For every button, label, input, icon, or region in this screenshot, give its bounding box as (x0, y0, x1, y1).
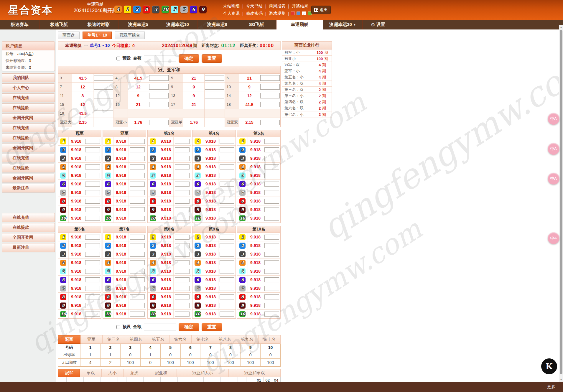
logout-button[interactable]: 退出 (311, 6, 331, 14)
position-bet-input[interactable] (130, 235, 145, 240)
scrollbar[interactable]: ▲ ▼ (559, 25, 563, 383)
position-bet-input[interactable] (130, 243, 145, 248)
sum-bet-input[interactable] (260, 75, 280, 81)
position-bet-input[interactable] (264, 216, 279, 221)
nav-item-6[interactable]: SG飞艇 (237, 20, 276, 29)
scrollbar-thumb[interactable] (560, 30, 562, 374)
type-tab[interactable]: 单双 (80, 369, 102, 377)
position-bet-input[interactable] (264, 277, 279, 282)
nav-item-3[interactable]: 澳洲幸运5 (118, 20, 158, 29)
sum-bet-input[interactable] (205, 84, 224, 90)
sidebar-item[interactable]: 全国开奖网 (2, 233, 55, 242)
position-bet-input[interactable] (85, 277, 100, 282)
position-bet-input[interactable] (175, 303, 190, 308)
subtab-0[interactable]: 两面盘 (58, 32, 80, 39)
position-bet-input[interactable] (220, 294, 234, 299)
position-bet-input[interactable] (264, 147, 279, 152)
position-bet-input[interactable] (130, 190, 145, 195)
position-bet-input[interactable] (175, 260, 190, 265)
type-tab[interactable]: 冠军 (58, 369, 80, 377)
sum-bet-input[interactable] (94, 111, 113, 116)
sum-bet-input[interactable] (94, 75, 113, 81)
stats-tab[interactable]: 第九名 (236, 335, 259, 344)
sum-bet-input[interactable] (94, 120, 113, 125)
position-bet-input[interactable] (130, 294, 145, 299)
position-bet-input[interactable] (130, 312, 145, 317)
stats-tab[interactable]: 第十名 (259, 335, 281, 344)
position-bet-input[interactable] (85, 235, 100, 240)
position-bet-input[interactable] (85, 156, 100, 161)
position-bet-input[interactable] (85, 147, 100, 152)
position-bet-input[interactable] (175, 216, 190, 221)
position-bet-input[interactable] (130, 216, 145, 221)
sidebar-item[interactable]: 个人中心 (2, 83, 55, 92)
sum-bet-input[interactable] (260, 102, 280, 107)
position-bet-input[interactable] (85, 199, 100, 204)
sum-bet-input[interactable] (260, 84, 280, 90)
position-bet-input[interactable] (175, 147, 190, 152)
position-bet-input[interactable] (175, 173, 190, 178)
sum-bet-input[interactable] (149, 120, 169, 125)
subtab-2[interactable]: 冠亚军组合 (115, 32, 145, 39)
position-bet-input[interactable] (85, 216, 100, 221)
amount-input[interactable] (144, 324, 176, 330)
position-bet-input[interactable] (85, 173, 100, 178)
preset-checkbox[interactable] (116, 57, 120, 60)
sidebar-item[interactable]: 在线提款 (2, 103, 55, 112)
sum-bet-input[interactable] (149, 93, 169, 98)
position-bet-input[interactable] (220, 277, 234, 282)
position-bet-input[interactable] (130, 164, 145, 169)
sidebar-item[interactable]: 最新注单 (2, 243, 55, 252)
position-bet-input[interactable] (264, 312, 279, 317)
position-bet-input[interactable] (85, 190, 100, 195)
nav-item-8[interactable]: 澳洲幸运20▼ (323, 20, 363, 29)
position-bet-input[interactable] (85, 182, 100, 187)
position-bet-input[interactable] (85, 312, 100, 317)
stats-tab[interactable]: 亚军 (80, 335, 103, 344)
position-bet-input[interactable] (130, 199, 145, 204)
sidebar-item[interactable]: 最新注单 (2, 184, 55, 192)
sidebar-item[interactable]: 全国开奖网 (2, 174, 55, 182)
nav-item-0[interactable]: 极速赛车 (0, 20, 39, 29)
sum-bet-input[interactable] (149, 84, 169, 90)
position-bet-input[interactable] (130, 207, 145, 212)
position-bet-input[interactable] (130, 173, 145, 178)
position-bet-input[interactable] (220, 190, 234, 195)
position-bet-input[interactable] (264, 269, 279, 274)
position-bet-input[interactable] (175, 286, 190, 291)
sum-bet-input[interactable] (149, 102, 169, 107)
position-bet-input[interactable] (130, 303, 145, 308)
position-bet-input[interactable] (85, 207, 100, 212)
subtab-1[interactable]: 单号1 ~ 10 (83, 32, 112, 39)
nav-item-5[interactable]: 澳洲幸运8 (197, 20, 237, 29)
position-bet-input[interactable] (264, 207, 279, 212)
footer-more-link[interactable]: 更多 (547, 384, 555, 390)
position-bet-input[interactable] (175, 156, 190, 161)
position-bet-input[interactable] (220, 139, 234, 144)
position-bet-input[interactable] (220, 156, 234, 161)
header-link[interactable]: 两周报表 (266, 4, 288, 9)
stats-tab[interactable]: 第五名 (147, 335, 169, 344)
position-bet-input[interactable] (85, 286, 100, 291)
nav-item-1[interactable]: 极速飞艇 (39, 20, 79, 29)
sidebar-item[interactable]: 在线充值 (2, 123, 55, 132)
position-bet-input[interactable] (264, 182, 279, 187)
stats-tab[interactable]: 第四名 (125, 335, 147, 344)
type-tab[interactable]: 冠亚和单双 (229, 369, 281, 377)
position-bet-input[interactable] (220, 216, 234, 221)
legend-square-icon[interactable] (308, 11, 312, 15)
nav-settings[interactable]: ⚙设置 (363, 20, 393, 29)
position-bet-input[interactable] (220, 207, 234, 212)
sum-bet-input[interactable] (205, 102, 224, 107)
confirm-button[interactable]: 确定 (179, 323, 199, 331)
sum-bet-input[interactable] (260, 93, 280, 98)
position-bet-input[interactable] (175, 199, 190, 204)
sum-bet-input[interactable] (94, 102, 113, 107)
preset-checkbox[interactable] (116, 325, 120, 329)
position-bet-input[interactable] (130, 147, 145, 152)
position-bet-input[interactable] (220, 252, 234, 257)
position-bet-input[interactable] (220, 286, 234, 291)
position-bet-input[interactable] (264, 260, 279, 265)
position-bet-input[interactable] (264, 139, 279, 144)
position-bet-input[interactable] (264, 156, 279, 161)
